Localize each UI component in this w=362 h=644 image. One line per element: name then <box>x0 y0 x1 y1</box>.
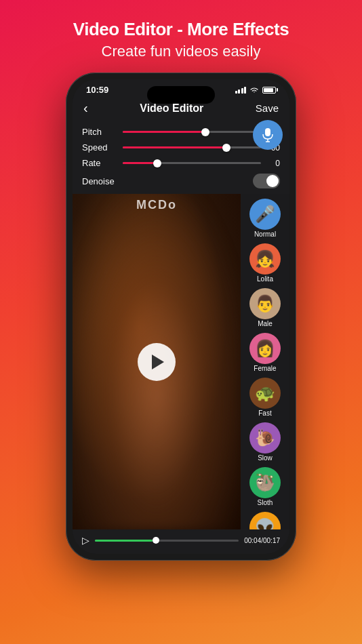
effect-item-slow[interactable]: 🐌Slow <box>245 420 285 464</box>
save-button[interactable]: Save <box>256 102 279 114</box>
dynamic-island <box>147 86 215 104</box>
effect-item-female[interactable]: 👩Female <box>245 331 285 374</box>
phone-frame: 10:59 <box>66 73 296 561</box>
watermark-text: MCDo <box>136 198 177 212</box>
progress-fill <box>95 540 153 542</box>
effect-item-normal[interactable]: 🎤Normal <box>245 197 285 240</box>
rate-slider[interactable] <box>123 162 261 164</box>
pitch-slider[interactable] <box>123 131 261 133</box>
nav-title: Video Editor <box>140 102 203 115</box>
play-button[interactable] <box>138 343 176 381</box>
rate-control: Rate 0 <box>73 155 289 171</box>
progress-thumb <box>153 537 159 544</box>
app-header: Video Editor - More Effects Create fun v… <box>73 0 289 73</box>
status-time: 10:59 <box>86 85 108 95</box>
effect-circle-fast: 🐢 <box>249 378 281 409</box>
denoise-toggle[interactable] <box>253 174 280 188</box>
status-icons <box>235 86 277 94</box>
effect-label-sloth: Sloth <box>258 499 273 506</box>
effect-circle-female: 👩 <box>249 333 281 364</box>
video-effects-row: MCDo 🎤Normal👧Lolita👨Male👩Female🐢Fast🐌Slo… <box>73 194 289 529</box>
rate-label: Rate <box>82 158 117 168</box>
svg-rect-0 <box>265 128 270 136</box>
effect-label-slow: Slow <box>258 454 273 462</box>
effect-item-alien[interactable]: 👽Alien <box>245 510 285 529</box>
progress-track[interactable] <box>95 540 239 542</box>
effect-item-sloth[interactable]: 🦥Sloth <box>245 465 285 508</box>
effect-circle-sloth: 🦥 <box>249 467 281 498</box>
effect-label-normal: Normal <box>254 230 276 238</box>
back-button[interactable]: ‹ <box>83 100 88 116</box>
time-label: 00:04/00:17 <box>244 537 280 544</box>
microphone-icon <box>261 127 275 142</box>
effect-circle-normal: 🎤 <box>249 199 281 230</box>
effect-label-lolita: Lolita <box>257 275 273 283</box>
battery-icon <box>262 87 276 94</box>
controls-area: Pitch 0 Speed 60 Rate <box>73 120 289 194</box>
phone-screen: 10:59 <box>73 79 289 554</box>
bottom-bar: ▷ 00:04/00:17 <box>73 529 289 554</box>
wifi-icon <box>249 86 259 94</box>
effect-circle-lolita: 👧 <box>249 243 281 275</box>
app-title: Video Editor - More Effects <box>73 19 289 40</box>
pitch-label: Pitch <box>82 127 117 137</box>
play-icon <box>152 355 164 369</box>
effect-item-lolita[interactable]: 👧Lolita <box>245 241 285 285</box>
effect-label-fast: Fast <box>258 409 271 417</box>
effect-circle-male: 👨 <box>249 288 281 319</box>
effect-label-female: Female <box>254 365 276 372</box>
signal-icon <box>235 86 247 94</box>
effect-circle-alien: 👽 <box>249 512 281 529</box>
app-subtitle: Create fun videos easily <box>73 43 289 60</box>
denoise-control: Denoise <box>73 171 289 191</box>
speed-slider[interactable] <box>123 146 261 148</box>
video-area[interactable]: MCDo <box>73 194 241 529</box>
denoise-label: Denoise <box>82 176 117 186</box>
effect-item-fast[interactable]: 🐢Fast <box>245 376 285 419</box>
progress-row: ▷ 00:04/00:17 <box>82 535 280 546</box>
mic-button[interactable] <box>253 120 283 150</box>
speed-label: Speed <box>82 142 117 153</box>
rate-value: 0 <box>266 159 280 168</box>
effect-item-male[interactable]: 👨Male <box>245 286 285 329</box>
effect-label-male: Male <box>258 320 273 327</box>
effects-panel: 🎤Normal👧Lolita👨Male👩Female🐢Fast🐌Slow🦥Slo… <box>241 194 289 529</box>
effect-circle-slow: 🐌 <box>249 422 281 454</box>
play-small-icon[interactable]: ▷ <box>82 535 89 546</box>
